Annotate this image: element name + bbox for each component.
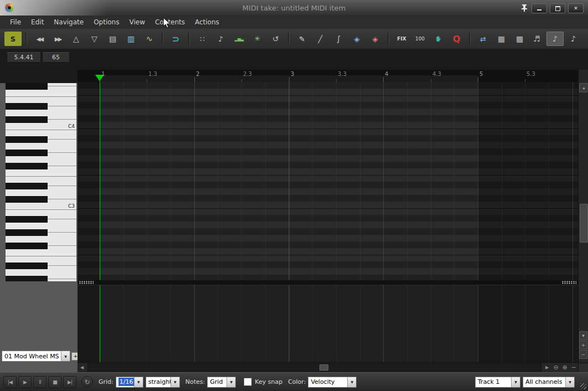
piano-key-f4[interactable] — [6, 90, 76, 96]
item-row-ds2[interactable] — [100, 261, 478, 268]
hscroll-thumb[interactable] — [319, 364, 328, 371]
menu-edit[interactable]: Edit — [27, 17, 48, 28]
note-end-handle-button[interactable]: ◈ — [367, 32, 384, 46]
item-row-fs2[interactable] — [100, 241, 478, 248]
item-row-e4[interactable] — [100, 95, 478, 102]
go-to-start-button[interactable]: |◀ — [3, 376, 17, 388]
item-row-a2[interactable] — [100, 222, 478, 228]
item-row-e2[interactable] — [100, 255, 478, 261]
menu-view[interactable]: View — [125, 17, 149, 28]
combo-arrow-icon[interactable]: ▼ — [565, 377, 574, 387]
cc-lane-menu-button[interactable]: ▾ — [579, 331, 587, 340]
timeline-ruler[interactable]: 11.322.333.344.355.3 — [78, 70, 578, 83]
piano-key-cs3[interactable] — [6, 196, 76, 203]
item-row-gs3[interactable] — [100, 148, 478, 155]
item-row-b3[interactable] — [100, 128, 478, 135]
item-row-e3[interactable] — [100, 175, 478, 182]
menu-actions[interactable]: Actions — [190, 17, 224, 28]
minimize-button[interactable] — [532, 3, 547, 13]
go-to-end-button[interactable]: ▶| — [63, 376, 76, 388]
item-row-f3[interactable] — [100, 168, 478, 175]
piano-key-f2[interactable] — [6, 249, 76, 256]
draw-curve-button[interactable]: ∫ — [330, 32, 347, 46]
glue-notes-button[interactable]: ⊃ — [167, 32, 184, 46]
hscroll-track[interactable] — [87, 363, 541, 372]
combo-arrow-icon[interactable]: ▼ — [226, 377, 235, 387]
item-row-ds3[interactable] — [100, 182, 478, 188]
quantize-button[interactable]: Q — [448, 32, 465, 46]
vertical-scrollbar[interactable]: ▴ ▾ + − — [578, 70, 588, 372]
color-mode-select[interactable]: Velocity ▼ — [308, 377, 357, 388]
collapse-lane-button[interactable]: − — [569, 363, 578, 372]
grid-size-select[interactable]: 1/16 ▼ — [116, 377, 143, 388]
velocity-bars-button[interactable]: ▂▅▃ — [230, 32, 247, 46]
splitter-grip-right[interactable] — [562, 281, 576, 284]
item-row-fs3[interactable] — [100, 162, 478, 168]
combo-arrow-icon[interactable]: ▼ — [134, 377, 143, 387]
item-row-fs4[interactable] — [100, 82, 478, 89]
maximize-button[interactable] — [550, 3, 565, 13]
piano-key-fs4[interactable] — [6, 83, 76, 90]
item-row-cs3[interactable] — [100, 195, 478, 202]
item-row-g2[interactable] — [100, 235, 478, 241]
next-note-button[interactable]: ▽ — [86, 32, 103, 46]
piano-key-d3[interactable] — [6, 189, 76, 196]
item-row-c4[interactable] — [100, 122, 478, 128]
note-length-sixteenth-button[interactable]: ♬ — [528, 32, 545, 46]
lock-note-button[interactable]: ♪ — [212, 32, 229, 46]
piano-key-d2[interactable] — [6, 269, 76, 276]
piano-key-ds3[interactable] — [6, 183, 76, 189]
draw-note-button[interactable]: ✎ — [293, 32, 311, 46]
piano-key-cs2[interactable] — [6, 276, 76, 281]
combo-arrow-icon[interactable]: ▼ — [61, 351, 70, 361]
item-row-as2[interactable] — [100, 215, 478, 222]
pause-button[interactable]: Ⅱ — [33, 376, 47, 388]
piano-key-fs2[interactable] — [6, 243, 76, 249]
note-rows-button[interactable]: ▥ — [122, 32, 140, 46]
piano-key-e4[interactable] — [6, 96, 76, 103]
item-row-f2[interactable] — [100, 248, 478, 255]
repeat-button[interactable]: ↻ — [81, 376, 93, 388]
cc-lane[interactable] — [78, 285, 578, 363]
piano-key-as3[interactable] — [6, 136, 76, 143]
item-row-cs2[interactable] — [100, 275, 478, 280]
channel-filter-select[interactable]: All channels ▼ — [523, 377, 575, 388]
piano-key-ds4[interactable] — [6, 103, 76, 110]
track-select[interactable]: Track 1 ▼ — [475, 377, 520, 388]
note-length-eighth2-button[interactable]: ♪ — [565, 32, 582, 46]
cc-lane-select[interactable]: 01 Mod Wheel MS ▼ — [2, 351, 70, 362]
play-button[interactable]: ▶ — [18, 376, 32, 388]
piano-key-ds2[interactable] — [6, 263, 76, 269]
item-row-d4[interactable] — [100, 109, 478, 115]
title-bar[interactable]: MIDI take: untitled MIDI item ✕ — [0, 0, 588, 16]
hand-scroll-button[interactable] — [430, 32, 447, 46]
splitter-grip-left[interactable] — [79, 281, 94, 284]
note-length-quarter-button[interactable]: ♩ — [583, 32, 588, 46]
note-length-eighth-button[interactable]: ♪ — [546, 32, 564, 46]
sync-button[interactable]: S — [4, 32, 22, 46]
piano-key-g3[interactable] — [6, 156, 76, 163]
scroll-right-button[interactable]: ▶ — [543, 363, 551, 372]
scroll-left-button[interactable]: ◀ — [78, 363, 86, 372]
piano-key-c4[interactable]: C4 — [6, 123, 76, 130]
menu-options[interactable]: Options — [89, 17, 123, 28]
item-row-g3[interactable] — [100, 155, 478, 162]
key-snap-checkbox[interactable] — [244, 378, 252, 386]
piano-key-e2[interactable] — [6, 256, 76, 263]
lane-splitter[interactable] — [78, 280, 578, 285]
piano-key-f3[interactable] — [6, 169, 76, 176]
piano-key-cs4[interactable] — [6, 116, 76, 123]
item-row-d3[interactable] — [100, 188, 478, 195]
event-list-button[interactable]: ▤ — [104, 32, 121, 46]
next-measure-button[interactable]: ▶▶ — [49, 32, 66, 46]
piano-key-d4[interactable] — [6, 110, 76, 116]
draw-ramp-button[interactable]: ∿ — [141, 32, 158, 46]
item-row-b2[interactable] — [100, 208, 478, 215]
item-row-gs2[interactable] — [100, 228, 478, 235]
velocity-100-button[interactable]: 100 — [411, 32, 429, 46]
piano-key-a2[interactable] — [6, 223, 76, 229]
piano-key-gs2[interactable] — [6, 229, 76, 236]
note-start-handle-button[interactable]: ◈ — [348, 32, 365, 46]
piano-key-b3[interactable] — [6, 130, 76, 136]
piano-key-c3[interactable]: C3 — [6, 203, 76, 209]
